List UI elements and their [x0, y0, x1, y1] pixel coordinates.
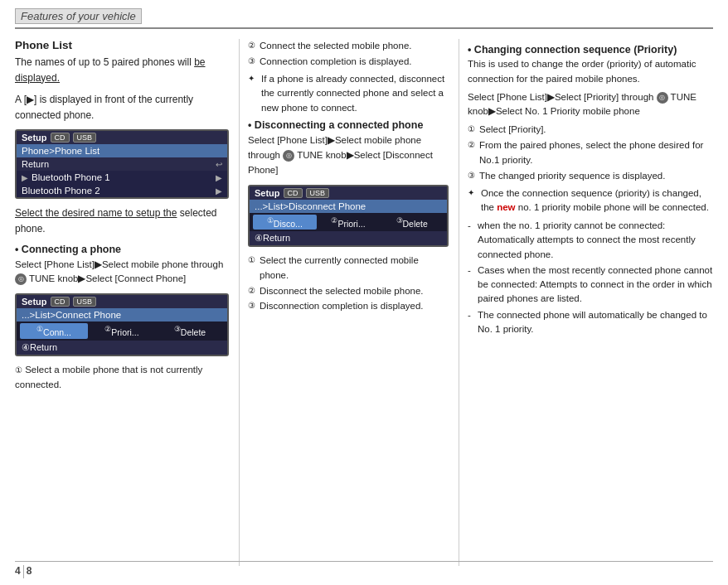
screen3-title-row: ...>List>Disconnect Phone: [250, 200, 447, 213]
menu-item-delete1: ③Delete: [156, 323, 224, 339]
step-connect-2: ② Connect the selected mobile phone.: [248, 39, 449, 54]
screen-disconnect-phone: Setup CD USB ...>List>Disconnect Phone ①…: [248, 185, 449, 248]
screen1-return-row: Return ↩: [17, 157, 227, 171]
tune-knob-icon-2: ◎: [283, 150, 294, 162]
priority-title: • Changing connection sequence (Priority…: [468, 44, 713, 56]
screen3-badge-usb: USB: [306, 188, 330, 198]
screen-connect-phone: Setup CD USB ...>List>Connect Phone ①Con…: [15, 293, 229, 356]
dash-item-3: - The connected phone will automatically…: [468, 308, 713, 337]
new-highlight: new: [497, 202, 515, 212]
arrow-icon-1: ▶: [22, 173, 28, 182]
disconnect-step-2: ② Disconnect the selected mobile phone.: [248, 284, 449, 299]
connecting-title: • Connecting a phone: [15, 244, 229, 255]
menu-item-priori2: ②Priori...: [317, 215, 381, 230]
para1-text: The names of up to 5 paired phones will …: [15, 56, 206, 84]
phone-list-para1: The names of up to 5 paired phones will …: [15, 55, 229, 85]
screen2-badge-cd: CD: [51, 297, 70, 307]
connecting-section: • Connecting a phone Select [Phone List]…: [15, 244, 229, 288]
priority-step-2: ② From the paired phones, select the pho…: [468, 138, 713, 168]
dash-list: - when the no. 1 priority cannot be conn…: [468, 219, 713, 336]
page-number: 4: [15, 565, 21, 578]
screen3-badge-cd: CD: [284, 188, 303, 198]
tune-knob-icon: ◎: [15, 273, 27, 285]
select-mobile-text: ① Select a mobile phone that is not curr…: [15, 363, 229, 393]
page-header: Features of your vehicle: [15, 8, 713, 29]
page-divider: [23, 565, 24, 578]
select-desired-text: Select the desired name to setup the sel…: [15, 205, 229, 236]
screen3-header: Setup CD USB: [250, 186, 447, 200]
return-arrow-icon: ↩: [216, 160, 222, 169]
priority-step-1: ① Select [Priority].: [468, 123, 713, 138]
screen1-header: Setup CD USB: [17, 131, 227, 144]
mid-column: ② Connect the selected mobile phone. ③ C…: [239, 39, 459, 566]
step-connect-3: ③ Connection completion is displayed.: [248, 55, 449, 70]
priority-step-3: ③ The changed priority sequence is displ…: [468, 169, 713, 184]
left-column: Phone List The names of up to 5 paired p…: [15, 39, 239, 566]
connect-steps: ② Connect the selected mobile phone. ③ C…: [248, 39, 449, 116]
page-footer: 4 8: [15, 561, 713, 578]
dash-item-2: - Cases when the most recently connected…: [468, 263, 713, 307]
underline-text: be displayed.: [15, 56, 206, 84]
phone-list-title: Phone List: [15, 39, 229, 51]
screen2-badge-usb: USB: [73, 297, 97, 307]
step-connect-plus: ✦ If a phone is already connected, disco…: [248, 72, 449, 116]
right-column: • Changing connection sequence (Priority…: [459, 39, 713, 566]
menu-item-conn: ①Conn...: [20, 323, 88, 339]
screen1-badge-usb: USB: [73, 133, 97, 143]
screen2-title-row: ...>List>Connect Phone: [17, 308, 227, 322]
screen1-label: Setup: [22, 133, 47, 143]
screen1-row3: Bluetooth Phone 2 ▶: [17, 184, 227, 197]
screen1-badge-cd: CD: [51, 133, 70, 143]
priority-instruction: Select [Phone List]▶Select [Priority] th…: [468, 90, 713, 120]
chevron-icon-2: ▶: [216, 186, 222, 196]
menu-item-disco: ①Disco...: [253, 215, 317, 230]
dash-item-1: - when the no. 1 priority cannot be conn…: [468, 219, 713, 262]
page: Features of your vehicle Phone List The …: [0, 0, 728, 585]
screen-phone-list: Setup CD USB Phone>Phone List Return ↩ ▶…: [15, 129, 229, 199]
disconnecting-section: • Disconnecting a connected phone Select…: [248, 119, 449, 177]
priority-steps: ① Select [Priority]. ② From the paired p…: [468, 123, 713, 215]
disconnecting-body: Select [Phone List]▶Select mobile phone …: [248, 133, 449, 177]
priority-step-plus: ✦ Once the connection sequence (priority…: [468, 186, 713, 216]
tune-knob-icon-3: ◎: [657, 92, 668, 104]
screen2-menu-row: ①Conn... ②Priori... ③Delete: [17, 322, 227, 341]
page-subnum: 8: [27, 565, 32, 578]
priority-intro: This is used to change the order (priori…: [468, 57, 713, 87]
chevron-icon-1: ▶: [216, 173, 222, 182]
disconnect-steps: ① Select the currently connected mobile …: [248, 254, 449, 314]
disconnecting-title: • Disconnecting a connected phone: [248, 119, 449, 131]
screen3-menu-row: ①Disco... ②Priori... ③Delete: [250, 213, 447, 232]
screen3-return-row: ④Return: [250, 231, 447, 245]
main-content: Phone List The names of up to 5 paired p…: [15, 39, 713, 566]
screen1-title-row: Phone>Phone List: [17, 144, 227, 157]
disconnect-step-1: ① Select the currently connected mobile …: [248, 254, 449, 283]
screen1-row2: ▶ Bluetooth Phone 1 ▶: [17, 171, 227, 184]
menu-item-priori1: ②Priori...: [88, 323, 156, 339]
page-title: Features of your vehicle: [15, 8, 142, 24]
connecting-body: Select [Phone List]▶Select mobile phone …: [15, 258, 229, 288]
disconnect-step-3: ③ Disconnection completion is displayed.: [248, 299, 449, 314]
phone-list-para2: A [▶] is displayed in front of the curre…: [15, 92, 229, 123]
screen3-label: Setup: [255, 188, 280, 198]
screen2-label: Setup: [22, 297, 47, 307]
screen2-return-row: ④Return: [17, 341, 227, 355]
menu-item-delete2: ③Delete: [380, 215, 444, 230]
priority-mobile-label: Priority mobile phone: [551, 106, 640, 116]
screen2-header: Setup CD USB: [17, 295, 227, 308]
